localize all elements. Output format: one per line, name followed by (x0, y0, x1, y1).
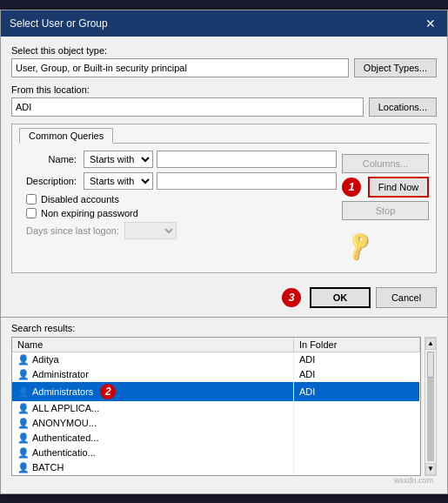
close-button[interactable]: ✕ (423, 16, 438, 31)
results-table: Name In Folder 👤AdityaADI👤AdministratorA… (12, 338, 420, 476)
common-queries-group: Common Queries Name: Starts with (11, 124, 437, 273)
table-row[interactable]: 👤Authenticatio... (12, 446, 420, 460)
days-select[interactable] (124, 222, 177, 239)
user-icon: 👤 (17, 433, 30, 443)
find-now-button[interactable]: Find Now (368, 177, 429, 198)
scrollbar-down[interactable]: ▼ (425, 463, 436, 475)
scrollbar-track (427, 352, 434, 461)
object-type-input[interactable] (11, 58, 349, 77)
side-buttons: Columns... 1 Find Now Stop 🔑 (342, 151, 429, 264)
table-row[interactable]: 👤AdministratorADI (12, 367, 420, 382)
columns-button[interactable]: Columns... (342, 154, 429, 173)
cell-folder (293, 431, 419, 446)
search-results-label: Search results: (11, 323, 437, 333)
cancel-button[interactable]: Cancel (376, 287, 437, 308)
table-row[interactable]: 👤CONSOLE L... (12, 475, 420, 476)
cell-name: 👤BATCH (12, 460, 293, 475)
non-expiring-row: Non expiring password (19, 208, 337, 218)
user-icon: 👤 (17, 354, 30, 365)
cell-name: 👤Authenticatio... (12, 446, 293, 460)
table-row[interactable]: 👤ANONYMOU... (12, 416, 420, 431)
bottom-section: Search results: Name In Folder 👤AdityaAD… (1, 323, 447, 493)
results-area: Name In Folder 👤AdityaADI👤AdministratorA… (11, 337, 437, 476)
name-input[interactable] (157, 151, 337, 168)
watermark: wsxdn.com (11, 476, 437, 486)
disabled-accounts-label: Disabled accounts (41, 194, 119, 205)
locations-button[interactable]: Locations... (369, 97, 437, 117)
divider (1, 317, 447, 318)
user-icon: 👤 (17, 386, 30, 397)
cell-name: 👤Administrators2 (12, 382, 293, 401)
table-row[interactable]: 👤Administrators2ADI (12, 382, 420, 401)
table-scroll[interactable]: Name In Folder 👤AdityaADI👤AdministratorA… (12, 338, 420, 476)
user-icon: 👤 (17, 403, 30, 413)
cell-folder (293, 416, 419, 431)
dialog-title: Select User or Group (10, 17, 108, 30)
cell-folder (293, 401, 419, 416)
description-input[interactable] (157, 172, 337, 190)
disabled-accounts-row: Disabled accounts (19, 194, 337, 205)
group-with-buttons: Name: Starts with Description: Starts wi… (19, 151, 429, 264)
location-input[interactable] (11, 97, 364, 117)
results-table-container[interactable]: Name In Folder 👤AdityaADI👤AdministratorA… (11, 337, 421, 476)
col-name-header: Name (12, 338, 293, 352)
dialog-body: Select this object type: Object Types...… (1, 37, 447, 287)
key-icon: 🔑 (336, 222, 384, 270)
name-row: Name: Starts with (19, 151, 337, 168)
name-dropdown[interactable]: Starts with (84, 151, 153, 168)
non-expiring-label: Non expiring password (41, 208, 138, 218)
cell-name: 👤CONSOLE L... (12, 475, 293, 476)
annotation-3: 3 (282, 288, 301, 307)
cell-name: 👤Authenticated... (12, 431, 293, 446)
location-label: From this location: (11, 84, 437, 95)
group-main: Name: Starts with Description: Starts wi… (19, 151, 337, 264)
user-icon: 👤 (17, 418, 30, 428)
location-row: Locations... (11, 97, 437, 117)
annotation-1: 1 (342, 178, 361, 197)
object-type-label: Select this object type: (11, 45, 437, 56)
select-user-group-dialog: Select User or Group ✕ Select this objec… (0, 10, 448, 494)
group-content: Name: Starts with Description: Starts wi… (19, 143, 429, 264)
ok-cancel-area: 3 OK Cancel (1, 287, 447, 312)
days-row: Days since last logon: (19, 222, 337, 239)
disabled-accounts-checkbox[interactable] (26, 194, 37, 205)
table-row[interactable]: 👤AdityaADI (12, 352, 420, 367)
scrollbar[interactable]: ▲ ▼ (425, 337, 437, 476)
table-row[interactable]: 👤BATCH (12, 460, 420, 475)
cell-name: 👤ANONYMOU... (12, 416, 293, 431)
description-label: Description: (19, 176, 80, 186)
stop-button[interactable]: Stop (342, 201, 429, 220)
object-type-row: Object Types... (11, 58, 437, 77)
tab-bar: Common Queries (19, 128, 429, 143)
cell-folder: ADI (293, 382, 419, 401)
cell-name: 👤ALL APPLICA... (12, 401, 293, 416)
cell-folder (293, 460, 419, 475)
scrollbar-thumb[interactable] (427, 352, 434, 378)
scrollbar-up[interactable]: ▲ (425, 338, 436, 350)
col-folder-header: In Folder (293, 338, 419, 352)
name-label: Name: (19, 154, 80, 164)
common-queries-tab[interactable]: Common Queries (19, 128, 113, 144)
title-bar: Select User or Group ✕ (1, 10, 447, 37)
cell-folder: ADI (293, 367, 419, 382)
ok-button[interactable]: OK (310, 287, 371, 308)
cell-folder: ADI (293, 352, 419, 367)
annotation-2: 2 (100, 384, 116, 399)
cell-folder (293, 446, 419, 460)
user-icon: 👤 (17, 369, 30, 379)
table-row[interactable]: 👤ALL APPLICA... (12, 401, 420, 416)
table-row[interactable]: 👤Authenticated... (12, 431, 420, 446)
days-label: Days since last logon: (26, 225, 119, 236)
description-dropdown[interactable]: Starts with (84, 172, 153, 190)
cell-name: 👤Administrator (12, 367, 293, 382)
description-row: Description: Starts with (19, 172, 337, 190)
user-icon: 👤 (17, 462, 30, 473)
non-expiring-checkbox[interactable] (26, 208, 37, 218)
user-icon: 👤 (17, 447, 30, 458)
cell-name: 👤Aditya (12, 352, 293, 367)
object-types-button[interactable]: Object Types... (354, 58, 437, 77)
